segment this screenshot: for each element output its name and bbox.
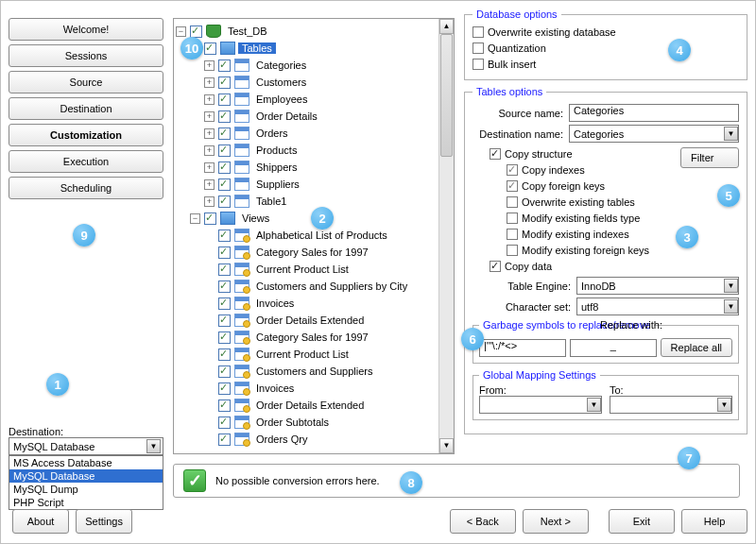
tree-node-view[interactable]: Current Product List <box>252 348 352 360</box>
bulk-insert-checkbox[interactable] <box>472 59 484 70</box>
copy-structure-checkbox[interactable] <box>490 148 501 160</box>
list-item[interactable]: MySQL Dump <box>9 483 163 496</box>
tree-node-table[interactable]: Customers <box>252 76 310 88</box>
tree-node-view[interactable]: Category Sales for 1997 <box>252 246 372 258</box>
collapse-icon[interactable]: − <box>190 213 200 224</box>
copy-indexes-checkbox[interactable] <box>507 164 518 176</box>
checkbox[interactable] <box>218 178 231 191</box>
checkbox[interactable] <box>218 332 231 344</box>
copy-data-checkbox[interactable] <box>490 261 501 272</box>
checkbox[interactable] <box>218 348 231 361</box>
checkbox[interactable] <box>218 416 231 429</box>
list-item[interactable]: PHP Script <box>9 496 163 509</box>
nav-sessions[interactable]: Sessions <box>9 44 163 67</box>
tree-node-table[interactable]: Shippers <box>252 162 301 173</box>
settings-button[interactable]: Settings <box>76 509 132 534</box>
modify-fields-checkbox[interactable] <box>507 212 518 224</box>
tree-node-table[interactable]: Order Details <box>252 110 321 122</box>
filter-button[interactable]: Filter <box>680 147 739 168</box>
tree-node-view[interactable]: Customers and Suppliers by City <box>252 280 411 292</box>
checkbox[interactable] <box>218 366 231 378</box>
expand-icon[interactable]: + <box>204 128 215 139</box>
checkbox[interactable] <box>218 196 231 208</box>
checkbox[interactable] <box>218 230 231 242</box>
checkbox[interactable] <box>218 298 231 310</box>
expand-icon[interactable]: + <box>204 145 215 156</box>
expand-icon[interactable]: + <box>204 94 215 105</box>
source-name-input[interactable]: Categories <box>569 104 739 122</box>
tree-node-table[interactable]: Products <box>252 144 301 156</box>
checkbox[interactable] <box>218 76 231 89</box>
vertical-scrollbar[interactable]: ▲ ▼ <box>438 19 454 453</box>
nav-scheduling[interactable]: Scheduling <box>9 177 163 199</box>
tree-node-view[interactable]: Invoices <box>252 382 298 394</box>
tree-node-view[interactable]: Category Sales for 1997 <box>252 332 372 343</box>
checkbox[interactable] <box>218 264 231 276</box>
tree-node-view[interactable]: Order Details Extended <box>252 314 368 326</box>
table-engine-combo[interactable]: InnoDB▼ <box>576 277 739 295</box>
replace-with-input[interactable]: _ <box>570 339 657 357</box>
tree-node-view[interactable]: Alphabetical List of Products <box>252 230 391 241</box>
about-button[interactable]: About <box>12 509 69 534</box>
nav-welcome[interactable]: Welcome! <box>9 18 163 41</box>
checkbox[interactable] <box>218 434 231 446</box>
overwrite-db-checkbox[interactable] <box>472 26 484 38</box>
tree-node-view[interactable]: Invoices <box>252 298 298 309</box>
expand-icon[interactable]: + <box>204 77 215 88</box>
tree-node-view[interactable]: Current Product List <box>252 264 352 275</box>
tree-node-view[interactable]: Customers and Suppliers <box>252 366 377 377</box>
replace-all-button[interactable]: Replace all <box>661 338 732 357</box>
destination-combo[interactable]: MySQL Database ▼ <box>9 437 163 455</box>
tree-node-table[interactable]: Categories <box>252 60 310 71</box>
list-item[interactable]: MS Access Database <box>9 456 163 469</box>
garbage-input[interactable]: |'"\:/*<> <box>479 339 566 357</box>
checkbox[interactable] <box>218 94 231 106</box>
expand-icon[interactable]: + <box>204 196 215 207</box>
checkbox[interactable] <box>218 128 231 140</box>
nav-execution[interactable]: Execution <box>9 150 163 173</box>
nav-customization[interactable]: Customization <box>9 124 163 146</box>
expand-icon[interactable]: + <box>204 162 215 173</box>
dest-name-combo[interactable]: Categories▼ <box>569 125 739 143</box>
quantization-checkbox[interactable] <box>472 42 484 54</box>
checkbox[interactable] <box>218 144 231 157</box>
exit-button[interactable]: Exit <box>609 509 675 534</box>
modify-fk-checkbox[interactable] <box>507 245 518 256</box>
expand-icon[interactable]: + <box>204 60 215 71</box>
scroll-down-icon[interactable]: ▼ <box>439 438 454 453</box>
expand-icon[interactable]: + <box>204 179 215 190</box>
back-button[interactable]: < Back <box>450 509 516 534</box>
destination-listbox[interactable]: MS Access Database MySQL Database MySQL … <box>9 455 163 510</box>
charset-combo[interactable]: utf8▼ <box>576 298 739 315</box>
collapse-icon[interactable]: − <box>176 26 186 37</box>
checkbox[interactable] <box>218 280 231 293</box>
checkbox[interactable] <box>218 60 231 72</box>
tree-node-view[interactable]: Order Subtotals <box>252 416 333 428</box>
object-tree[interactable]: −Test_DB −Tables +Categories+Customers+E… <box>173 18 455 454</box>
gmap-from-combo[interactable]: ▼ <box>479 396 602 414</box>
tree-node-tables[interactable]: Tables <box>238 42 276 54</box>
checkbox[interactable] <box>218 382 231 395</box>
nav-destination[interactable]: Destination <box>9 97 163 120</box>
tree-node-table[interactable]: Orders <box>252 128 292 139</box>
nav-source[interactable]: Source <box>9 71 163 94</box>
next-button[interactable]: Next > <box>523 509 589 534</box>
tree-node-db[interactable]: Test_DB <box>224 26 271 37</box>
overwrite-tables-checkbox[interactable] <box>507 196 518 208</box>
copy-fk-checkbox[interactable] <box>507 180 518 192</box>
list-item[interactable]: MySQL Database <box>9 469 163 483</box>
tree-node-table[interactable]: Employees <box>252 94 311 105</box>
tree-node-table[interactable]: Table1 <box>252 196 290 207</box>
checkbox[interactable] <box>218 400 231 412</box>
checkbox[interactable] <box>204 212 216 225</box>
expand-icon[interactable]: + <box>204 111 215 122</box>
gmap-to-combo[interactable]: ▼ <box>610 396 732 414</box>
checkbox[interactable] <box>190 26 202 38</box>
checkbox[interactable] <box>218 162 231 174</box>
tree-node-views[interactable]: Views <box>238 212 273 224</box>
checkbox[interactable] <box>218 110 231 123</box>
tree-node-view[interactable]: Order Details Extended <box>252 400 368 411</box>
tree-node-table[interactable]: Suppliers <box>252 178 303 190</box>
checkbox[interactable] <box>218 314 231 327</box>
help-button[interactable]: Help <box>681 509 747 534</box>
